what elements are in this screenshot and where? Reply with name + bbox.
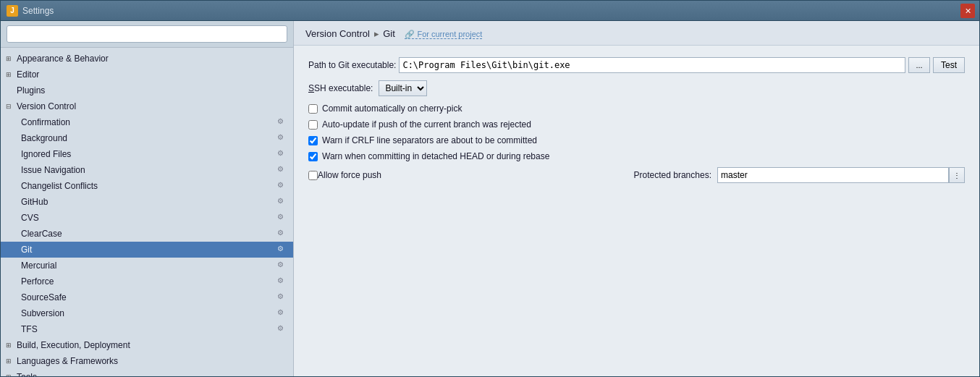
sidebar-item-appearance[interactable]: ⊞ Appearance & Behavior	[1, 51, 293, 67]
sidebar-item-label: Build, Execution, Deployment	[17, 340, 130, 350]
settings-icon: ⚙	[277, 245, 287, 255]
sidebar-item-clearcase[interactable]: ClearCase ⚙	[1, 226, 293, 242]
sidebar-item-label: Git	[21, 245, 32, 255]
sidebar-item-label: Version Control	[17, 101, 76, 111]
sidebar-item-build[interactable]: ⊞ Build, Execution, Deployment	[1, 337, 293, 353]
panel-body: Path to Git executable: ... Test SSSH ex…	[294, 46, 979, 376]
expand-icon: ⊞	[4, 69, 14, 80]
warn-crlf-row: Warn if CRLF line separators are about t…	[308, 135, 965, 145]
auto-update-label: Auto-update if push of the current branc…	[322, 119, 531, 130]
sidebar-item-github[interactable]: GitHub ⚙	[1, 194, 293, 210]
regex-button[interactable]: ⋮	[949, 167, 965, 183]
title-bar: J Settings ✕	[1, 1, 979, 21]
protected-branches-label: Protected branches:	[634, 170, 711, 180]
sidebar-item-tools[interactable]: ⊞ Tools	[1, 369, 293, 376]
ssh-row: SSSH executable:SH executable: Built-in …	[308, 80, 965, 96]
sidebar-item-confirmation[interactable]: Confirmation ⚙	[1, 114, 293, 130]
sidebar-item-label: SourceSafe	[21, 292, 67, 302]
search-area	[1, 21, 293, 48]
settings-icon: ⚙	[277, 117, 287, 127]
git-path-input[interactable]	[399, 57, 905, 73]
warn-detached-checkbox[interactable]	[308, 152, 318, 161]
sidebar-item-label: Tools	[17, 372, 37, 376]
sidebar-item-label: Subversion	[21, 308, 64, 318]
sidebar-item-mercurial[interactable]: Mercurial ⚙	[1, 258, 293, 274]
project-link[interactable]: 🔗 For current project	[405, 30, 482, 39]
cherry-pick-checkbox[interactable]	[308, 104, 318, 114]
browse-button[interactable]: ...	[908, 57, 930, 73]
sidebar-item-perforce[interactable]: Perforce ⚙	[1, 274, 293, 289]
ssh-label: SSSH executable:SH executable:	[308, 83, 373, 93]
settings-window: J Settings ✕ ⊞ Appearance & Behavior ⊞ E…	[0, 0, 980, 377]
cherry-pick-label: Commit automatically on cherry-pick	[322, 103, 462, 114]
sidebar-item-label: Languages & Frameworks	[17, 356, 118, 366]
sidebar-item-version-control[interactable]: ⊟ Version Control	[1, 98, 293, 114]
sidebar-item-label: Appearance & Behavior	[17, 54, 109, 64]
settings-icon: ⚙	[277, 292, 287, 302]
settings-icon: ⚙	[277, 197, 287, 207]
warn-detached-row: Warn when committing in detached HEAD or…	[308, 151, 965, 161]
main-content: ⊞ Appearance & Behavior ⊞ Editor Plugins…	[1, 21, 979, 376]
sidebar-item-git[interactable]: Git ⚙	[1, 242, 293, 258]
sidebar-item-plugins[interactable]: Plugins	[1, 82, 293, 98]
sidebar-item-label: Mercurial	[21, 260, 56, 271]
window-title: Settings	[22, 6, 54, 16]
search-input[interactable]	[7, 25, 287, 43]
sidebar-item-label: GitHub	[21, 197, 48, 207]
sidebar-item-sourcesafe[interactable]: SourceSafe ⚙	[1, 289, 293, 305]
warn-detached-label: Warn when committing in detached HEAD or…	[322, 151, 549, 161]
settings-icon: ⚙	[277, 260, 287, 271]
sidebar-item-label: Confirmation	[21, 117, 70, 127]
sidebar-item-languages[interactable]: ⊞ Languages & Frameworks	[1, 353, 293, 369]
allow-force-label: Allow force push	[318, 170, 381, 180]
sidebar-item-issue-navigation[interactable]: Issue Navigation ⚙	[1, 162, 293, 178]
panel-header: Version Control ▸ Git 🔗 For current proj…	[294, 21, 979, 46]
settings-icon: ⚙	[277, 181, 287, 191]
sidebar-item-subversion[interactable]: Subversion ⚙	[1, 305, 293, 321]
auto-update-row: Auto-update if push of the current branc…	[308, 119, 965, 130]
close-button[interactable]: ✕	[960, 4, 975, 18]
expand-icon: ⊞	[4, 356, 14, 366]
sidebar-item-changelist-conflicts[interactable]: Changelist Conflicts ⚙	[1, 178, 293, 194]
git-path-label: Path to Git executable:	[308, 60, 396, 70]
expand-icon: ⊟	[4, 101, 14, 111]
settings-icon: ⚙	[277, 276, 287, 287]
expand-icon: ⊞	[4, 372, 14, 376]
warn-crlf-label: Warn if CRLF line separators are about t…	[322, 135, 537, 145]
panel-title: Version Control ▸ Git 🔗 For current proj…	[305, 28, 482, 39]
sidebar-item-label: Ignored Files	[21, 149, 71, 159]
sidebar-item-background[interactable]: Background ⚙	[1, 130, 293, 146]
sidebar-item-tfs[interactable]: TFS ⚙	[1, 321, 293, 337]
git-path-row: Path to Git executable: ... Test	[308, 57, 965, 73]
sidebar-item-label: CVS	[21, 213, 39, 223]
sidebar-item-editor[interactable]: ⊞ Editor	[1, 67, 293, 82]
test-button[interactable]: Test	[933, 57, 965, 73]
allow-force-row: Allow force push Protected branches: ⋮	[308, 167, 965, 183]
tree-area: ⊞ Appearance & Behavior ⊞ Editor Plugins…	[1, 48, 293, 376]
sidebar: ⊞ Appearance & Behavior ⊞ Editor Plugins…	[1, 21, 294, 376]
breadcrumb-separator: ▸	[374, 28, 379, 39]
sidebar-item-label: Changelist Conflicts	[21, 181, 98, 191]
sidebar-item-label: Perforce	[21, 276, 54, 287]
auto-update-checkbox[interactable]	[308, 120, 318, 130]
settings-icon: ⚙	[277, 213, 287, 223]
settings-icon: ⚙	[277, 308, 287, 318]
sidebar-item-label: ClearCase	[21, 229, 62, 239]
sidebar-item-ignored-files[interactable]: Ignored Files ⚙	[1, 146, 293, 162]
sidebar-item-label: Background	[21, 133, 67, 143]
allow-force-checkbox[interactable]	[308, 171, 318, 180]
right-panel: Version Control ▸ Git 🔗 For current proj…	[294, 21, 979, 376]
expand-icon: ⊞	[4, 54, 14, 64]
breadcrumb-2: Git	[383, 28, 395, 39]
protected-branches-input[interactable]	[717, 167, 949, 183]
breadcrumb-1: Version Control	[305, 28, 370, 39]
settings-icon: ⚙	[277, 165, 287, 175]
ssh-select[interactable]: Built-in Native	[379, 80, 427, 96]
sidebar-item-cvs[interactable]: CVS ⚙	[1, 210, 293, 226]
cherry-pick-row: Commit automatically on cherry-pick	[308, 103, 965, 114]
sidebar-item-label: Plugins	[17, 85, 45, 96]
expand-icon: ⊞	[4, 340, 14, 350]
settings-icon: ⚙	[277, 133, 287, 143]
warn-crlf-checkbox[interactable]	[308, 136, 318, 145]
sidebar-item-label: Issue Navigation	[21, 165, 85, 175]
